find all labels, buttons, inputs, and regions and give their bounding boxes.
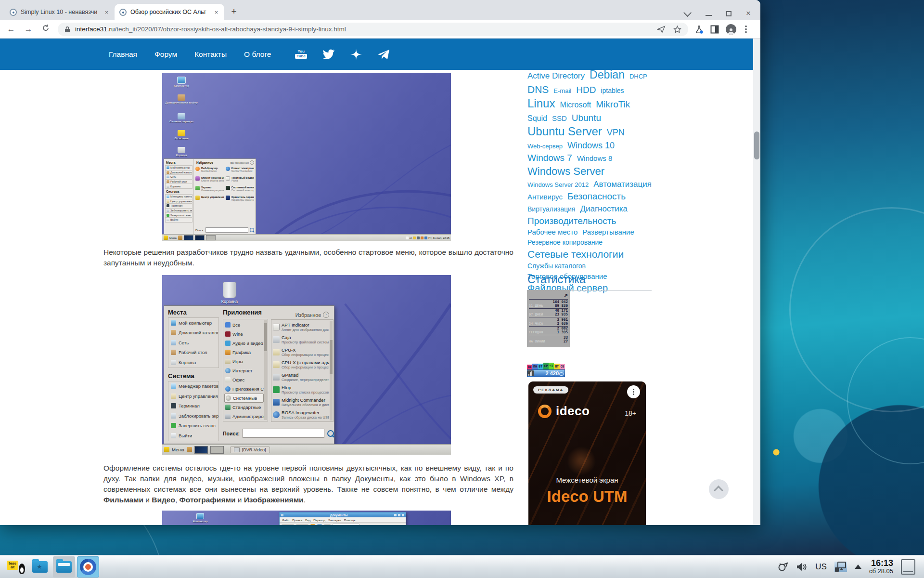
twitter-icon[interactable]: [322, 49, 335, 59]
window-thumbnail: [210, 446, 224, 454]
tag-link[interactable]: VPN: [607, 128, 625, 137]
scrollbar-thumb[interactable]: [754, 131, 759, 159]
tag-link[interactable]: Антивирус: [527, 193, 563, 201]
article-image-desktop-menu[interactable]: КомпьютерДомашняя папка andreyСетевые се…: [162, 73, 451, 241]
tag-link[interactable]: Автоматизация: [593, 180, 652, 189]
tag-link[interactable]: Диагностика: [580, 204, 628, 213]
favorites-header: Избранное: [196, 161, 213, 164]
nav-link-3[interactable]: Контакты: [194, 50, 227, 59]
scrollbar: [330, 321, 333, 420]
network-icon[interactable]: [834, 562, 847, 572]
tag-link[interactable]: Ubuntu Server: [527, 125, 602, 138]
back-button[interactable]: ←: [6, 25, 16, 34]
menu-categories-pane: Приложения ВсеWineАудио и видеоГрафикаИг…: [223, 309, 268, 421]
article-image-start-menu[interactable]: Корзина Места Мой компьютерДомашний ката…: [162, 275, 451, 455]
hotlog-day: ВС: [527, 365, 532, 369]
tag-link[interactable]: Windows 8: [577, 155, 612, 163]
liveinternet-counter[interactable]: ↗ 31 ДЕНЬ164 04289 83007 ДНЕЙ40 17123 93…: [527, 290, 570, 347]
browser-menu-icon[interactable]: [743, 26, 749, 33]
tag-link[interactable]: Рабочее место: [527, 228, 578, 236]
forward-button[interactable]: →: [23, 25, 34, 34]
nav-link-2[interactable]: Форум: [154, 50, 177, 59]
bold-term: Видео: [152, 496, 175, 504]
app-menu-button[interactable]: basealt: [5, 556, 27, 578]
minimize-icon[interactable]: [706, 15, 712, 16]
taskbar-clock[interactable]: 16:13 сб 28.05: [869, 559, 893, 575]
article-image-file-manager[interactable]: Компьютер Документы ФайлПравкаВидПереход…: [162, 511, 451, 525]
profile-avatar[interactable]: [726, 24, 736, 35]
tab-title: Обзор российских ОС Альт: [130, 9, 208, 15]
tab-obzor-alt[interactable]: Обзор российских ОС Альт ×: [115, 4, 224, 20]
close-window-icon[interactable]: ×: [746, 11, 751, 16]
tag-link[interactable]: Windows 10: [567, 141, 615, 150]
tag-link[interactable]: SSD: [552, 115, 567, 123]
new-tab-button[interactable]: +: [227, 5, 241, 18]
tag-link[interactable]: E-mail: [553, 88, 571, 95]
experiments-flask-icon[interactable]: [695, 25, 704, 34]
tag-link[interactable]: Windows Server 2012: [527, 182, 589, 189]
stats-values: 164 04289 830: [552, 300, 568, 308]
tray-expand-icon[interactable]: [855, 565, 861, 569]
tag-link[interactable]: Microsoft: [560, 101, 591, 109]
chromium-button[interactable]: [77, 556, 99, 578]
tag-link[interactable]: Виртуализация: [527, 206, 575, 213]
scrollbar-track[interactable]: [753, 39, 760, 525]
favorites-folder-button[interactable]: ★: [29, 556, 51, 578]
tag-link[interactable]: DNS: [527, 84, 549, 95]
tag-link[interactable]: Active Directory: [527, 71, 585, 80]
cat-icon-10: [225, 414, 231, 419]
app-desc: Создание, перераспределение и уд...: [282, 378, 329, 382]
menu-item-label: Мой компьютер: [170, 166, 190, 169]
stats-values: 2 0821 395: [557, 327, 568, 334]
nav-link-1[interactable]: Главная: [109, 50, 137, 59]
tag-link[interactable]: Windows 7: [527, 153, 572, 163]
stats-heading: Статистика: [527, 273, 652, 291]
tag-link[interactable]: Ubuntu: [572, 113, 601, 123]
url-path: /tech_it/2020/07/obzor-rossiyskih-os-alt…: [115, 26, 346, 33]
volume-icon[interactable]: [796, 562, 808, 572]
menu-item-label: Домашний каталог: [170, 171, 192, 174]
tag-link[interactable]: Резервное копирование: [527, 239, 603, 247]
tab-search-chevron-icon[interactable]: [683, 9, 692, 17]
tag-link[interactable]: Windows Server: [527, 166, 604, 178]
tab-simply-linux[interactable]: Simply Linux 10 - ненавязчи ×: [5, 4, 115, 20]
app-text: HtopПросмотр списка процессов в систе...: [282, 385, 329, 394]
close-icon[interactable]: ×: [103, 8, 111, 16]
youtube-icon[interactable]: YouTube: [295, 50, 307, 59]
keyboard-layout[interactable]: US: [815, 562, 827, 572]
tag-link[interactable]: Безопасность: [567, 191, 626, 201]
ad-options-icon[interactable]: [627, 385, 640, 398]
tag-link[interactable]: Развертывание: [582, 228, 634, 236]
close-icon[interactable]: ×: [212, 8, 220, 16]
telegram-icon[interactable]: [377, 49, 390, 60]
ideco-ad-banner[interactable]: РЕКЛАМА ideco 18+ Межсетевой экран Ideco…: [528, 381, 646, 525]
send-icon[interactable]: [657, 26, 666, 33]
scroll-to-top-button[interactable]: [709, 479, 729, 499]
tag-link[interactable]: Squid: [527, 114, 547, 123]
file-manager-button[interactable]: [53, 556, 75, 578]
category-label: Приложения Спут.: [232, 386, 264, 392]
maximize-icon[interactable]: [726, 11, 732, 16]
reload-button[interactable]: [40, 24, 51, 34]
hotlog-counter[interactable]: ВСПНВТСРЧТПТСБ 2 420: [527, 363, 565, 378]
tag-link[interactable]: Службы каталогов: [527, 263, 586, 270]
show-desktop-button[interactable]: [901, 559, 915, 575]
zen-sparkle-icon[interactable]: [350, 49, 362, 60]
address-bar[interactable]: interface31.ru/tech_it/2020/07/obzor-ros…: [58, 23, 688, 36]
paragraph-text: ,: [175, 496, 180, 504]
tag-link[interactable]: Производительность: [527, 216, 616, 226]
tag-link[interactable]: DHCP: [629, 73, 647, 80]
tag-link[interactable]: Web-сервер: [527, 143, 563, 150]
bookmark-star-icon[interactable]: [673, 26, 681, 33]
tag-link[interactable]: HDD: [576, 85, 596, 95]
tag-link[interactable]: Сетевые технологии: [527, 249, 624, 260]
tag-link[interactable]: iptables: [601, 87, 624, 95]
stats-value-bottom: 2 636: [557, 322, 568, 326]
menu-item-label: Менеджер пакетов: [170, 195, 192, 198]
side-panel-icon[interactable]: [710, 25, 719, 34]
nav-link-4[interactable]: О блоге: [244, 50, 271, 59]
updates-icon[interactable]: [778, 562, 788, 572]
tag-link[interactable]: Linux: [527, 97, 555, 110]
tag-link[interactable]: MikroTik: [596, 99, 630, 109]
tag-link[interactable]: Debian: [590, 69, 625, 81]
